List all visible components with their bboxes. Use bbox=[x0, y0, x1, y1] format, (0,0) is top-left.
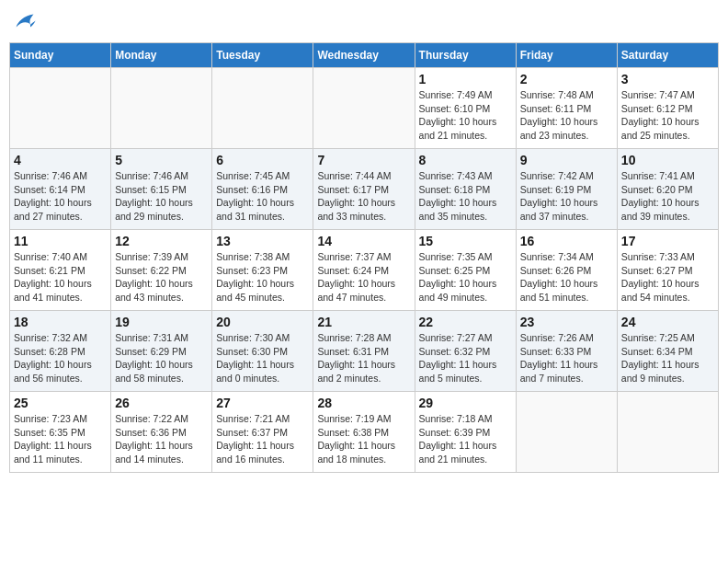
day-info: Sunrise: 7:22 AMSunset: 6:36 PMDaylight:… bbox=[115, 412, 208, 466]
day-info: Sunrise: 7:37 AMSunset: 6:24 PMDaylight:… bbox=[317, 250, 410, 304]
calendar-cell: 2Sunrise: 7:48 AMSunset: 6:11 PMDaylight… bbox=[516, 68, 617, 149]
calendar-header-row: SundayMondayTuesdayWednesdayThursdayFrid… bbox=[10, 43, 719, 68]
calendar-cell: 28Sunrise: 7:19 AMSunset: 6:38 PMDayligh… bbox=[313, 392, 415, 473]
column-header-saturday: Saturday bbox=[617, 43, 718, 68]
calendar-cell: 6Sunrise: 7:45 AMSunset: 6:16 PMDaylight… bbox=[212, 149, 313, 230]
day-info: Sunrise: 7:49 AMSunset: 6:10 PMDaylight:… bbox=[419, 88, 512, 143]
day-info: Sunrise: 7:32 AMSunset: 6:28 PMDaylight:… bbox=[14, 331, 107, 385]
week-row-3: 11Sunrise: 7:40 AMSunset: 6:21 PMDayligh… bbox=[10, 230, 719, 311]
calendar-cell: 21Sunrise: 7:28 AMSunset: 6:31 PMDayligh… bbox=[313, 311, 415, 392]
calendar-cell: 16Sunrise: 7:34 AMSunset: 6:26 PMDayligh… bbox=[516, 230, 617, 311]
day-number: 24 bbox=[621, 315, 714, 329]
day-info: Sunrise: 7:26 AMSunset: 6:33 PMDaylight:… bbox=[520, 331, 613, 385]
week-row-2: 4Sunrise: 7:46 AMSunset: 6:14 PMDaylight… bbox=[10, 149, 719, 230]
logo bbox=[9, 9, 37, 35]
day-info: Sunrise: 7:45 AMSunset: 6:16 PMDaylight:… bbox=[216, 169, 309, 224]
day-number: 28 bbox=[317, 396, 410, 410]
day-number: 3 bbox=[621, 72, 714, 86]
calendar-cell bbox=[10, 68, 111, 149]
calendar-cell: 14Sunrise: 7:37 AMSunset: 6:24 PMDayligh… bbox=[313, 230, 415, 311]
day-number: 16 bbox=[520, 234, 613, 248]
calendar-cell: 4Sunrise: 7:46 AMSunset: 6:14 PMDaylight… bbox=[10, 149, 111, 230]
calendar-cell: 29Sunrise: 7:18 AMSunset: 6:39 PMDayligh… bbox=[415, 392, 516, 473]
calendar-cell: 23Sunrise: 7:26 AMSunset: 6:33 PMDayligh… bbox=[516, 311, 617, 392]
column-header-wednesday: Wednesday bbox=[313, 43, 415, 68]
day-number: 7 bbox=[317, 153, 410, 167]
day-info: Sunrise: 7:18 AMSunset: 6:39 PMDaylight:… bbox=[419, 412, 512, 466]
day-number: 10 bbox=[621, 153, 714, 167]
calendar-cell: 9Sunrise: 7:42 AMSunset: 6:19 PMDaylight… bbox=[516, 149, 617, 230]
day-number: 22 bbox=[419, 315, 512, 329]
day-number: 17 bbox=[621, 234, 714, 248]
day-info: Sunrise: 7:38 AMSunset: 6:23 PMDaylight:… bbox=[216, 250, 309, 304]
day-number: 21 bbox=[317, 315, 410, 329]
day-number: 9 bbox=[520, 153, 613, 167]
day-info: Sunrise: 7:41 AMSunset: 6:20 PMDaylight:… bbox=[621, 169, 714, 224]
day-number: 23 bbox=[520, 315, 613, 329]
day-info: Sunrise: 7:43 AMSunset: 6:18 PMDaylight:… bbox=[419, 169, 512, 224]
calendar-cell: 19Sunrise: 7:31 AMSunset: 6:29 PMDayligh… bbox=[111, 311, 212, 392]
calendar-cell: 24Sunrise: 7:25 AMSunset: 6:34 PMDayligh… bbox=[617, 311, 718, 392]
day-info: Sunrise: 7:19 AMSunset: 6:38 PMDaylight:… bbox=[317, 412, 410, 466]
day-number: 11 bbox=[14, 234, 107, 248]
day-number: 25 bbox=[14, 396, 107, 410]
calendar-cell bbox=[617, 392, 718, 473]
calendar-cell: 12Sunrise: 7:39 AMSunset: 6:22 PMDayligh… bbox=[111, 230, 212, 311]
calendar-cell: 22Sunrise: 7:27 AMSunset: 6:32 PMDayligh… bbox=[415, 311, 516, 392]
calendar-cell: 13Sunrise: 7:38 AMSunset: 6:23 PMDayligh… bbox=[212, 230, 313, 311]
day-number: 29 bbox=[419, 396, 512, 410]
day-info: Sunrise: 7:28 AMSunset: 6:31 PMDaylight:… bbox=[317, 331, 410, 385]
week-row-5: 25Sunrise: 7:23 AMSunset: 6:35 PMDayligh… bbox=[10, 392, 719, 473]
day-number: 27 bbox=[216, 396, 309, 410]
day-number: 15 bbox=[419, 234, 512, 248]
day-info: Sunrise: 7:25 AMSunset: 6:34 PMDaylight:… bbox=[621, 331, 714, 385]
calendar-cell: 11Sunrise: 7:40 AMSunset: 6:21 PMDayligh… bbox=[10, 230, 111, 311]
calendar-cell: 15Sunrise: 7:35 AMSunset: 6:25 PMDayligh… bbox=[415, 230, 516, 311]
calendar-cell: 10Sunrise: 7:41 AMSunset: 6:20 PMDayligh… bbox=[617, 149, 718, 230]
day-number: 14 bbox=[317, 234, 410, 248]
day-number: 12 bbox=[115, 234, 208, 248]
column-header-monday: Monday bbox=[111, 43, 212, 68]
calendar-cell: 20Sunrise: 7:30 AMSunset: 6:30 PMDayligh… bbox=[212, 311, 313, 392]
day-info: Sunrise: 7:33 AMSunset: 6:27 PMDaylight:… bbox=[621, 250, 714, 304]
calendar-cell: 27Sunrise: 7:21 AMSunset: 6:37 PMDayligh… bbox=[212, 392, 313, 473]
day-number: 1 bbox=[419, 72, 512, 86]
calendar-cell bbox=[111, 68, 212, 149]
calendar-cell: 3Sunrise: 7:47 AMSunset: 6:12 PMDaylight… bbox=[617, 68, 718, 149]
day-number: 5 bbox=[115, 153, 208, 167]
calendar-cell: 1Sunrise: 7:49 AMSunset: 6:10 PMDaylight… bbox=[415, 68, 516, 149]
calendar-cell: 17Sunrise: 7:33 AMSunset: 6:27 PMDayligh… bbox=[617, 230, 718, 311]
week-row-4: 18Sunrise: 7:32 AMSunset: 6:28 PMDayligh… bbox=[10, 311, 719, 392]
day-info: Sunrise: 7:31 AMSunset: 6:29 PMDaylight:… bbox=[115, 331, 208, 385]
day-info: Sunrise: 7:27 AMSunset: 6:32 PMDaylight:… bbox=[419, 331, 512, 385]
day-number: 8 bbox=[419, 153, 512, 167]
day-number: 18 bbox=[14, 315, 107, 329]
week-row-1: 1Sunrise: 7:49 AMSunset: 6:10 PMDaylight… bbox=[10, 68, 719, 149]
day-info: Sunrise: 7:34 AMSunset: 6:26 PMDaylight:… bbox=[520, 250, 613, 304]
day-info: Sunrise: 7:21 AMSunset: 6:37 PMDaylight:… bbox=[216, 412, 309, 466]
day-info: Sunrise: 7:35 AMSunset: 6:25 PMDaylight:… bbox=[419, 250, 512, 304]
page-header bbox=[9, 9, 719, 35]
day-number: 2 bbox=[520, 72, 613, 86]
calendar-cell bbox=[516, 392, 617, 473]
calendar-cell bbox=[212, 68, 313, 149]
day-info: Sunrise: 7:42 AMSunset: 6:19 PMDaylight:… bbox=[520, 169, 613, 224]
logo-bird-icon bbox=[11, 9, 37, 35]
day-info: Sunrise: 7:23 AMSunset: 6:35 PMDaylight:… bbox=[14, 412, 107, 466]
column-header-thursday: Thursday bbox=[415, 43, 516, 68]
day-info: Sunrise: 7:48 AMSunset: 6:11 PMDaylight:… bbox=[520, 88, 613, 143]
calendar-cell: 5Sunrise: 7:46 AMSunset: 6:15 PMDaylight… bbox=[111, 149, 212, 230]
day-info: Sunrise: 7:47 AMSunset: 6:12 PMDaylight:… bbox=[621, 88, 714, 143]
column-header-friday: Friday bbox=[516, 43, 617, 68]
day-info: Sunrise: 7:30 AMSunset: 6:30 PMDaylight:… bbox=[216, 331, 309, 385]
column-header-tuesday: Tuesday bbox=[212, 43, 313, 68]
calendar-cell: 7Sunrise: 7:44 AMSunset: 6:17 PMDaylight… bbox=[313, 149, 415, 230]
day-number: 6 bbox=[216, 153, 309, 167]
day-number: 4 bbox=[14, 153, 107, 167]
calendar-table: SundayMondayTuesdayWednesdayThursdayFrid… bbox=[9, 42, 719, 473]
calendar-cell bbox=[313, 68, 415, 149]
calendar-cell: 8Sunrise: 7:43 AMSunset: 6:18 PMDaylight… bbox=[415, 149, 516, 230]
day-info: Sunrise: 7:46 AMSunset: 6:14 PMDaylight:… bbox=[14, 169, 107, 224]
calendar-cell: 25Sunrise: 7:23 AMSunset: 6:35 PMDayligh… bbox=[10, 392, 111, 473]
day-number: 26 bbox=[115, 396, 208, 410]
